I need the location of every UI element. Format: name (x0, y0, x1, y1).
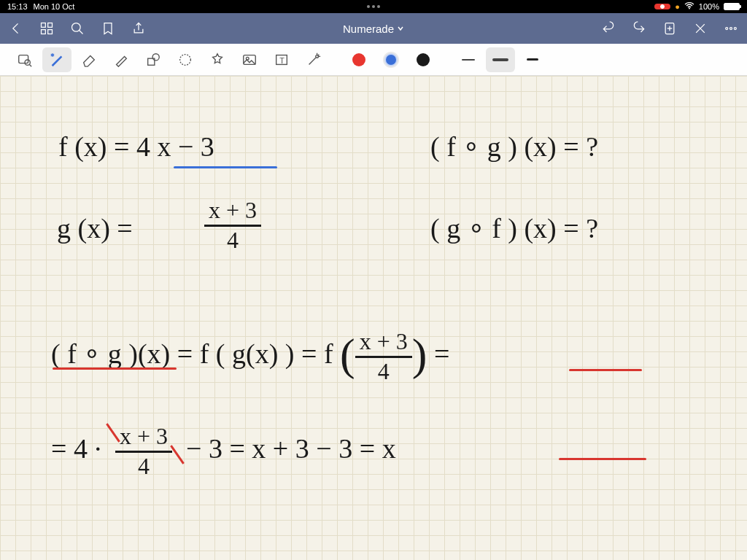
share-button[interactable] (131, 21, 146, 36)
svg-point-14 (734, 28, 736, 30)
nav-bar: Numerade (0, 13, 747, 44)
document-title[interactable]: Numerade (146, 23, 601, 35)
color-red[interactable] (344, 47, 374, 72)
tool-toolbar: ✱ T (0, 44, 747, 76)
svg-point-5 (72, 23, 81, 32)
stroke-thick[interactable] (518, 47, 547, 72)
underline-red (569, 369, 642, 371)
laser-tool[interactable] (299, 47, 328, 72)
handwriting: = 4 · x + 34 − 3 = x + 3 − 3 = x (51, 424, 396, 478)
svg-rect-4 (48, 30, 53, 34)
svg-point-21 (180, 54, 191, 65)
sticker-tool[interactable] (203, 47, 232, 72)
color-blue[interactable] (376, 47, 406, 72)
svg-point-20 (152, 53, 159, 60)
handwriting: ( f ∘ g )(x) = f ( g(x) ) = f (x + 34) = (51, 330, 449, 384)
more-button[interactable] (724, 21, 738, 36)
search-button[interactable] (70, 21, 85, 36)
svg-point-0 (689, 8, 690, 9)
highlighter-tool[interactable] (107, 47, 136, 72)
svg-line-6 (80, 31, 83, 34)
zoom-tool[interactable] (10, 47, 39, 72)
stroke-thin[interactable] (454, 47, 483, 72)
back-button[interactable] (9, 21, 23, 36)
battery-icon (724, 3, 740, 10)
eraser-tool[interactable] (74, 47, 104, 72)
underline-red (559, 458, 646, 460)
handwriting: f (x) = 4 x − 3 (58, 133, 214, 160)
wifi-icon (684, 2, 694, 11)
battery-pct: 100% (699, 2, 719, 11)
note-canvas[interactable]: f (x) = 4 x − 3 ( f ∘ g ) (x) = ? g (x) … (0, 76, 747, 560)
handwriting: ( g ∘ f ) (x) = ? (430, 214, 598, 242)
undo-button[interactable] (601, 21, 616, 36)
svg-point-13 (730, 28, 732, 30)
bookmark-button[interactable] (101, 21, 115, 36)
orientation-lock-icon: ● (675, 2, 680, 11)
svg-line-17 (29, 64, 31, 66)
close-button[interactable] (693, 21, 708, 36)
svg-text:T: T (279, 55, 285, 64)
svg-point-12 (726, 28, 728, 30)
svg-rect-3 (42, 30, 46, 34)
grid-view-button[interactable] (39, 21, 54, 36)
underline-red (53, 368, 177, 370)
status-bar: 15:13 Mon 10 Oct ● 100% (0, 0, 747, 13)
svg-rect-1 (42, 23, 46, 28)
svg-rect-15 (19, 55, 28, 63)
redo-button[interactable] (632, 21, 646, 36)
status-time: 15:13 (7, 2, 28, 11)
text-tool[interactable]: T (267, 47, 296, 72)
document-title-label: Numerade (343, 23, 394, 35)
stroke-medium[interactable] (486, 47, 515, 72)
underline-blue (174, 166, 277, 168)
image-tool[interactable] (235, 47, 264, 72)
new-page-button[interactable] (662, 21, 677, 36)
chevron-down-icon (397, 25, 404, 32)
svg-text:✱: ✱ (50, 52, 55, 58)
pen-tool[interactable]: ✱ (42, 47, 71, 72)
handwriting: ( f ∘ g ) (x) = ? (430, 133, 598, 160)
shapes-tool[interactable] (139, 47, 168, 72)
svg-rect-2 (48, 23, 53, 28)
handwriting: g (x) = (57, 214, 133, 242)
handwriting: x + 34 (204, 198, 261, 252)
status-date: Mon 10 Oct (34, 2, 75, 11)
lasso-tool[interactable] (171, 47, 200, 72)
screen-record-indicator[interactable] (654, 4, 670, 9)
color-black[interactable] (409, 47, 438, 72)
multitask-dots[interactable] (367, 5, 380, 8)
